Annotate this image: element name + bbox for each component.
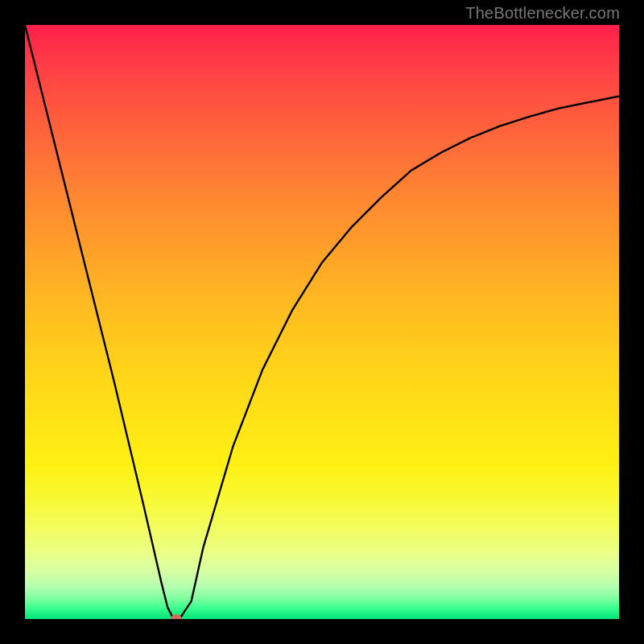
attribution-label: TheBottlenecker.com: [465, 4, 620, 23]
bottleneck-curve: [25, 25, 619, 619]
optimal-point-marker: [171, 614, 182, 619]
bottleneck-chart: TheBottlenecker.com: [0, 0, 644, 644]
curve-path: [25, 25, 619, 619]
plot-area: [25, 25, 619, 619]
